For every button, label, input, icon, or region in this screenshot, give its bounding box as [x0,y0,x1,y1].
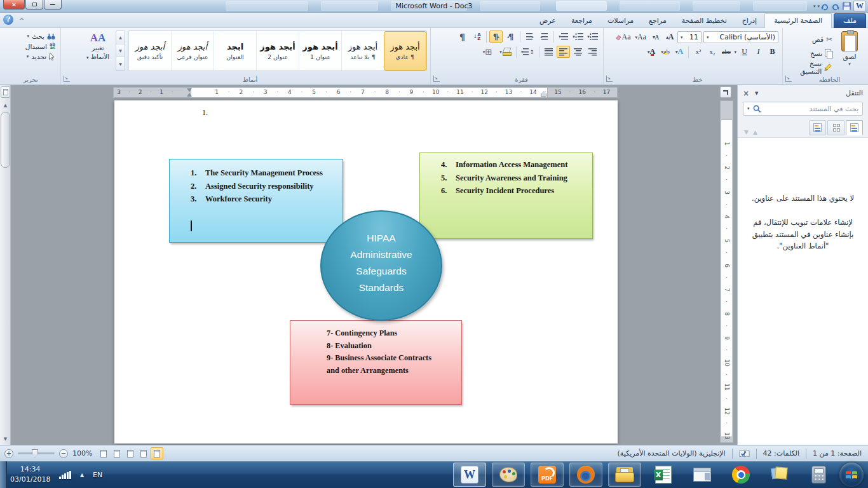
scroll-up-icon[interactable]: ▲ [1,100,10,110]
help-icon[interactable]: ? [3,15,13,25]
web-layout-button[interactable] [124,447,137,459]
undo-button[interactable]: ▾ [817,2,829,11]
shading-button[interactable]: ▾ [497,46,513,58]
scrollbar-thumb[interactable] [1,112,10,168]
show-paragraph-marks-button[interactable]: ¶ [456,30,469,43]
page-count[interactable]: الصفحة: 1 من 1 [806,445,868,461]
tab-selector-button[interactable] [720,86,731,98]
tab-references[interactable]: مراجع [641,14,674,28]
hanging-indent-marker[interactable] [187,90,192,97]
superscript-button[interactable]: x² [692,46,704,58]
change-styles-button[interactable]: AA تغيير الأنماط ▾ [83,30,113,61]
styles-dialog-launcher-icon[interactable]: ↘ [64,76,70,82]
tab-file[interactable]: ملف [834,13,866,28]
bullets-button[interactable]: ▾ [586,30,599,43]
taskbar-firefox-button[interactable] [569,463,602,487]
font-name-combo[interactable]: Calibri (الأساسي)▾ [703,31,778,43]
tab-view[interactable]: عرض [532,14,564,28]
style-subtle-emphasis[interactable]: أبجد هوزتأكيد دقيق [128,31,171,71]
browse-headings-tab[interactable] [846,120,863,135]
font-size-combo[interactable]: 11▾ [677,31,702,43]
search-options-dropdown-icon[interactable]: ▾ [747,106,750,111]
taskbar-clock[interactable]: 14:34 03/01/2018 [10,464,50,485]
zoom-out-button[interactable]: − [59,449,68,458]
draft-view-button[interactable] [97,447,110,459]
font-dialog-launcher-icon[interactable]: ↘ [606,76,613,82]
decrease-indent-button[interactable]: ◂ [538,30,551,43]
proofing-status[interactable] [733,445,756,461]
align-center-button[interactable] [571,46,585,58]
hipaa-circle-shape[interactable]: HIPAA Administrative Safeguards Standard… [320,210,442,321]
tab-mailings[interactable]: مراسلات [600,14,641,28]
style-heading2[interactable]: أبجد هوزعنوان 2 [256,31,299,71]
tab-page-layout[interactable]: تخطيط الصفحة [674,14,735,28]
style-normal[interactable]: أبجد هوز¶ عادي [384,31,426,71]
change-case-button[interactable]: Aa▾ [634,31,648,43]
taskbar-excel-button[interactable]: X [647,463,680,487]
tab-insert[interactable]: إدراج [735,14,764,28]
browse-pages-tab[interactable] [827,120,844,135]
green-text-box-shape[interactable]: 4.Information Access Management 5.Securi… [419,152,593,239]
italic-button[interactable]: I [752,46,764,58]
browse-results-tab[interactable] [809,120,826,135]
tab-home[interactable]: الصفحة الرئيسية [764,13,832,29]
style-title[interactable]: ابجدالعنوان [214,31,256,71]
zoom-slider[interactable] [18,452,55,454]
blue-text-box-shape[interactable]: 1.The Security Management Process 2.Assi… [169,159,343,243]
taskbar-sticky-notes-button[interactable] [763,463,796,487]
taskbar-paint-button[interactable] [492,463,525,487]
copy-button[interactable]: نسخ [786,48,832,58]
rtl-text-direction-button[interactable]: ¶◂ [504,30,517,43]
line-spacing-button[interactable]: ↕▾ [519,46,536,58]
align-left-button[interactable] [557,46,570,58]
vertical-scrollbar[interactable]: ▲ ▼ [0,85,11,445]
taskbar-foxit-pdf-button[interactable]: PDF [531,463,564,487]
zoom-level[interactable]: 100% [72,449,92,458]
horizontal-ruler[interactable]: 3·2·1·1·2·3·4·5·6·7·8·9·10·11·12·13·14·1… [113,87,618,98]
pane-options-dropdown-icon[interactable]: ▼ [755,91,758,96]
paste-button[interactable]: لصق ▾ [835,30,864,74]
grow-font-button[interactable]: A▲ [663,31,675,43]
pink-text-box-shape[interactable]: 7- Contingency Plans 8- Evaluation 9- Bu… [290,320,462,405]
font-color-button[interactable]: A▾ [645,46,657,58]
shrink-font-button[interactable]: A▼ [649,31,661,43]
gallery-more-icon[interactable]: ▼ [116,57,125,71]
word-count[interactable]: الكلمات: 42 [757,445,806,461]
print-layout-button[interactable] [151,447,163,459]
language-status[interactable]: الإنجليزية (الولايات المتحدة الأمريكية) [611,445,732,461]
scroll-down-icon[interactable]: ▼ [1,434,10,444]
underline-button[interactable]: U [738,46,750,58]
style-heading1[interactable]: أبجد هوزعنوان 1 [299,31,341,71]
justify-button[interactable] [542,46,555,58]
pane-close-icon[interactable]: × [743,89,749,98]
multilevel-list-button[interactable]: ▾ [557,30,570,43]
gallery-scroll-down-icon[interactable]: ▼ [116,44,125,58]
subscript-button[interactable]: x₂ [706,46,718,58]
document-search-input[interactable]: بحث في المستند ▾ [743,102,863,116]
numbering-button[interactable]: ▾ [571,30,585,43]
replace-button[interactable]: abacاستبدال [6,43,55,50]
show-hidden-icons-button[interactable]: ▲ [80,472,84,478]
tab-review[interactable]: مراجعة [564,14,600,28]
zoom-in-button[interactable]: + [4,449,13,458]
next-heading-icon[interactable]: ▼ [744,129,749,135]
document-page[interactable]: 1. 1.The Security Management Process 2.A… [114,100,618,444]
cut-button[interactable]: ✂قص [786,34,832,44]
text-effects-button[interactable]: A▾ [673,46,685,58]
taskbar-snipping-tool-button[interactable] [686,463,719,487]
redo-button[interactable] [831,2,840,11]
underline-dropdown-icon[interactable]: ▾ [734,50,736,55]
taskbar-chrome-button[interactable] [724,463,757,487]
taskbar-file-explorer-button[interactable] [608,463,641,487]
sort-button[interactable]: AZ↓ [470,30,484,43]
ruler-toggle-button[interactable] [1,86,10,98]
reading-view-button[interactable] [137,447,150,459]
start-button[interactable] [839,463,864,487]
clear-formatting-button[interactable]: Aa [614,31,632,43]
input-language-indicator[interactable]: EN [93,471,102,479]
paragraph-dialog-launcher-icon[interactable]: ↘ [433,76,440,82]
minimize-ribbon-icon[interactable]: ^ [19,17,24,22]
taskbar-word-button[interactable]: W [453,463,486,487]
increase-indent-button[interactable]: ▸ [523,30,536,43]
network-signal-icon[interactable] [59,470,71,479]
